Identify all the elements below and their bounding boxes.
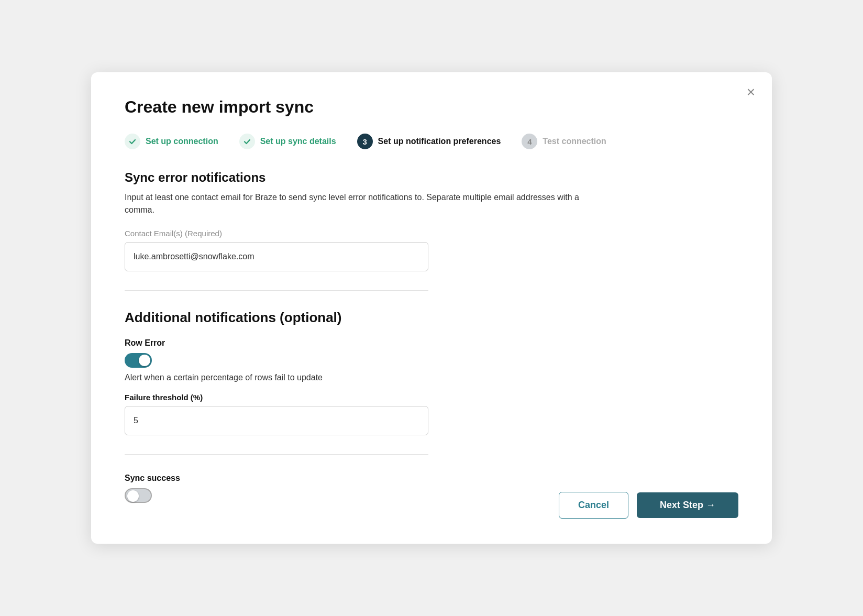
row-error-thumb	[139, 355, 150, 366]
section-divider-2	[125, 454, 428, 455]
row-error-toggle[interactable]	[125, 353, 152, 368]
step-1-check-icon	[125, 134, 140, 149]
sync-error-description: Input at least one contact email for Bra…	[125, 191, 596, 216]
row-error-description: Alert when a certain percentage of rows …	[125, 373, 738, 382]
sync-success-label: Sync success	[125, 474, 738, 483]
sync-error-title: Sync error notifications	[125, 170, 738, 185]
modal-container: × Create new import sync Set up connecti…	[91, 72, 772, 544]
steps-container: Set up connection Set up sync details 3 …	[125, 134, 738, 149]
row-error-track	[125, 353, 152, 368]
step-3-number-icon: 3	[357, 134, 373, 149]
page-title: Create new import sync	[125, 97, 738, 117]
contact-email-input[interactable]	[125, 242, 428, 271]
step-3-label: Set up notification preferences	[378, 137, 501, 146]
additional-notifications-title: Additional notifications (optional)	[125, 310, 738, 326]
sync-success-track	[125, 488, 152, 503]
step-3: 3 Set up notification preferences	[357, 134, 522, 149]
step-4-label: Test connection	[543, 137, 606, 146]
step-4-number-icon: 4	[522, 134, 537, 149]
footer-actions: Cancel Next Step →	[559, 492, 738, 519]
failure-threshold-label: Failure threshold (%)	[125, 393, 738, 402]
cancel-button[interactable]: Cancel	[559, 492, 628, 519]
sync-success-toggle[interactable]	[125, 488, 152, 503]
row-error-toggle-wrapper	[125, 353, 738, 368]
step-2-label: Set up sync details	[260, 137, 336, 146]
failure-threshold-input[interactable]	[125, 406, 428, 435]
row-error-label: Row Error	[125, 338, 738, 348]
contact-email-label: Contact Email(s) (Required)	[125, 229, 738, 238]
step-1-label: Set up connection	[146, 137, 218, 146]
sync-success-thumb	[127, 490, 139, 502]
step-1: Set up connection	[125, 134, 239, 149]
section-divider	[125, 290, 428, 291]
close-button[interactable]: ×	[747, 85, 755, 100]
next-step-button[interactable]: Next Step →	[637, 492, 738, 518]
row-error-section: Row Error Alert when a certain percentag…	[125, 338, 738, 435]
step-2: Set up sync details	[239, 134, 357, 149]
step-4: 4 Test connection	[522, 134, 627, 149]
step-2-check-icon	[239, 134, 255, 149]
